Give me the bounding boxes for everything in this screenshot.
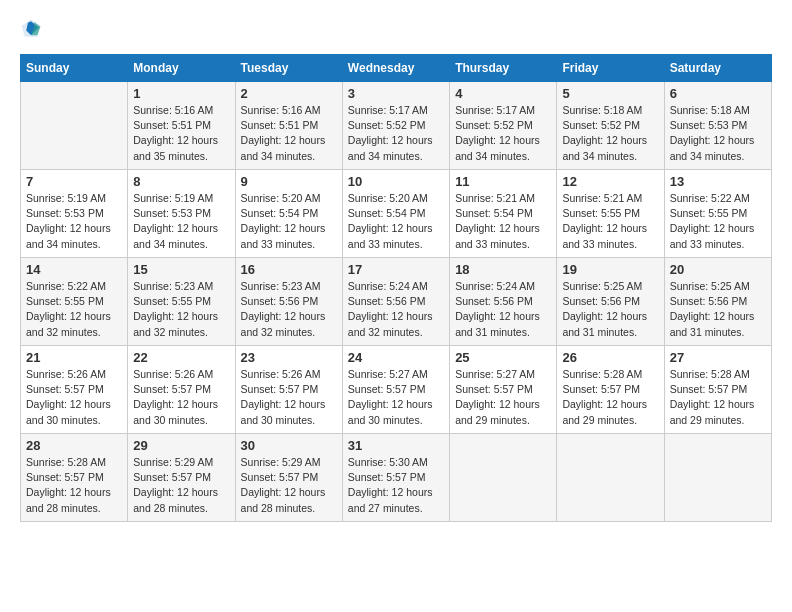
day-info: Sunrise: 5:29 AMSunset: 5:57 PMDaylight:…	[241, 455, 337, 516]
day-info: Sunrise: 5:27 AMSunset: 5:57 PMDaylight:…	[455, 367, 551, 428]
calendar-cell: 27Sunrise: 5:28 AMSunset: 5:57 PMDayligh…	[664, 346, 771, 434]
calendar-cell: 13Sunrise: 5:22 AMSunset: 5:55 PMDayligh…	[664, 170, 771, 258]
day-number: 16	[241, 262, 337, 277]
day-info: Sunrise: 5:21 AMSunset: 5:54 PMDaylight:…	[455, 191, 551, 252]
calendar-cell: 18Sunrise: 5:24 AMSunset: 5:56 PMDayligh…	[450, 258, 557, 346]
day-number: 11	[455, 174, 551, 189]
calendar-cell: 29Sunrise: 5:29 AMSunset: 5:57 PMDayligh…	[128, 434, 235, 522]
day-number: 23	[241, 350, 337, 365]
day-number: 17	[348, 262, 444, 277]
calendar-cell: 11Sunrise: 5:21 AMSunset: 5:54 PMDayligh…	[450, 170, 557, 258]
weekday-header-wednesday: Wednesday	[342, 55, 449, 82]
day-number: 27	[670, 350, 766, 365]
day-info: Sunrise: 5:16 AMSunset: 5:51 PMDaylight:…	[133, 103, 229, 164]
day-number: 19	[562, 262, 658, 277]
weekday-header-monday: Monday	[128, 55, 235, 82]
day-number: 13	[670, 174, 766, 189]
day-info: Sunrise: 5:25 AMSunset: 5:56 PMDaylight:…	[670, 279, 766, 340]
day-info: Sunrise: 5:26 AMSunset: 5:57 PMDaylight:…	[26, 367, 122, 428]
calendar-cell: 7Sunrise: 5:19 AMSunset: 5:53 PMDaylight…	[21, 170, 128, 258]
day-number: 6	[670, 86, 766, 101]
calendar-table: SundayMondayTuesdayWednesdayThursdayFrid…	[20, 54, 772, 522]
calendar-cell: 3Sunrise: 5:17 AMSunset: 5:52 PMDaylight…	[342, 82, 449, 170]
day-number: 8	[133, 174, 229, 189]
day-number: 28	[26, 438, 122, 453]
calendar-cell: 6Sunrise: 5:18 AMSunset: 5:53 PMDaylight…	[664, 82, 771, 170]
calendar-week-row: 7Sunrise: 5:19 AMSunset: 5:53 PMDaylight…	[21, 170, 772, 258]
day-info: Sunrise: 5:20 AMSunset: 5:54 PMDaylight:…	[241, 191, 337, 252]
calendar-cell: 16Sunrise: 5:23 AMSunset: 5:56 PMDayligh…	[235, 258, 342, 346]
day-info: Sunrise: 5:22 AMSunset: 5:55 PMDaylight:…	[26, 279, 122, 340]
calendar-cell	[557, 434, 664, 522]
day-number: 4	[455, 86, 551, 101]
day-info: Sunrise: 5:20 AMSunset: 5:54 PMDaylight:…	[348, 191, 444, 252]
day-number: 12	[562, 174, 658, 189]
calendar-cell: 5Sunrise: 5:18 AMSunset: 5:52 PMDaylight…	[557, 82, 664, 170]
day-number: 9	[241, 174, 337, 189]
day-number: 20	[670, 262, 766, 277]
day-info: Sunrise: 5:17 AMSunset: 5:52 PMDaylight:…	[348, 103, 444, 164]
day-info: Sunrise: 5:18 AMSunset: 5:52 PMDaylight:…	[562, 103, 658, 164]
calendar-cell: 21Sunrise: 5:26 AMSunset: 5:57 PMDayligh…	[21, 346, 128, 434]
calendar-cell: 1Sunrise: 5:16 AMSunset: 5:51 PMDaylight…	[128, 82, 235, 170]
calendar-cell: 17Sunrise: 5:24 AMSunset: 5:56 PMDayligh…	[342, 258, 449, 346]
calendar-cell: 8Sunrise: 5:19 AMSunset: 5:53 PMDaylight…	[128, 170, 235, 258]
calendar-cell: 20Sunrise: 5:25 AMSunset: 5:56 PMDayligh…	[664, 258, 771, 346]
calendar-cell: 9Sunrise: 5:20 AMSunset: 5:54 PMDaylight…	[235, 170, 342, 258]
day-number: 5	[562, 86, 658, 101]
day-info: Sunrise: 5:16 AMSunset: 5:51 PMDaylight:…	[241, 103, 337, 164]
calendar-cell	[664, 434, 771, 522]
day-info: Sunrise: 5:21 AMSunset: 5:55 PMDaylight:…	[562, 191, 658, 252]
day-number: 7	[26, 174, 122, 189]
day-info: Sunrise: 5:26 AMSunset: 5:57 PMDaylight:…	[241, 367, 337, 428]
day-number: 26	[562, 350, 658, 365]
day-number: 1	[133, 86, 229, 101]
day-info: Sunrise: 5:24 AMSunset: 5:56 PMDaylight:…	[455, 279, 551, 340]
logo	[20, 18, 46, 40]
calendar-cell: 2Sunrise: 5:16 AMSunset: 5:51 PMDaylight…	[235, 82, 342, 170]
weekday-header-friday: Friday	[557, 55, 664, 82]
calendar-week-row: 28Sunrise: 5:28 AMSunset: 5:57 PMDayligh…	[21, 434, 772, 522]
day-info: Sunrise: 5:22 AMSunset: 5:55 PMDaylight:…	[670, 191, 766, 252]
weekday-header-saturday: Saturday	[664, 55, 771, 82]
day-info: Sunrise: 5:28 AMSunset: 5:57 PMDaylight:…	[670, 367, 766, 428]
calendar-cell: 15Sunrise: 5:23 AMSunset: 5:55 PMDayligh…	[128, 258, 235, 346]
day-number: 10	[348, 174, 444, 189]
page: SundayMondayTuesdayWednesdayThursdayFrid…	[0, 0, 792, 536]
day-info: Sunrise: 5:26 AMSunset: 5:57 PMDaylight:…	[133, 367, 229, 428]
day-number: 30	[241, 438, 337, 453]
day-info: Sunrise: 5:29 AMSunset: 5:57 PMDaylight:…	[133, 455, 229, 516]
weekday-header-sunday: Sunday	[21, 55, 128, 82]
day-info: Sunrise: 5:24 AMSunset: 5:56 PMDaylight:…	[348, 279, 444, 340]
calendar-cell: 14Sunrise: 5:22 AMSunset: 5:55 PMDayligh…	[21, 258, 128, 346]
calendar-cell	[450, 434, 557, 522]
calendar-cell: 23Sunrise: 5:26 AMSunset: 5:57 PMDayligh…	[235, 346, 342, 434]
day-number: 2	[241, 86, 337, 101]
calendar-week-row: 14Sunrise: 5:22 AMSunset: 5:55 PMDayligh…	[21, 258, 772, 346]
calendar-week-row: 21Sunrise: 5:26 AMSunset: 5:57 PMDayligh…	[21, 346, 772, 434]
weekday-header-tuesday: Tuesday	[235, 55, 342, 82]
day-number: 25	[455, 350, 551, 365]
day-number: 29	[133, 438, 229, 453]
day-info: Sunrise: 5:28 AMSunset: 5:57 PMDaylight:…	[26, 455, 122, 516]
day-number: 22	[133, 350, 229, 365]
calendar-week-row: 1Sunrise: 5:16 AMSunset: 5:51 PMDaylight…	[21, 82, 772, 170]
day-info: Sunrise: 5:28 AMSunset: 5:57 PMDaylight:…	[562, 367, 658, 428]
calendar-cell	[21, 82, 128, 170]
day-number: 24	[348, 350, 444, 365]
day-info: Sunrise: 5:23 AMSunset: 5:55 PMDaylight:…	[133, 279, 229, 340]
calendar-cell: 4Sunrise: 5:17 AMSunset: 5:52 PMDaylight…	[450, 82, 557, 170]
day-number: 18	[455, 262, 551, 277]
calendar-cell: 30Sunrise: 5:29 AMSunset: 5:57 PMDayligh…	[235, 434, 342, 522]
weekday-header-thursday: Thursday	[450, 55, 557, 82]
day-number: 21	[26, 350, 122, 365]
calendar-cell: 24Sunrise: 5:27 AMSunset: 5:57 PMDayligh…	[342, 346, 449, 434]
calendar-cell: 12Sunrise: 5:21 AMSunset: 5:55 PMDayligh…	[557, 170, 664, 258]
day-number: 31	[348, 438, 444, 453]
day-info: Sunrise: 5:17 AMSunset: 5:52 PMDaylight:…	[455, 103, 551, 164]
day-info: Sunrise: 5:25 AMSunset: 5:56 PMDaylight:…	[562, 279, 658, 340]
calendar-cell: 28Sunrise: 5:28 AMSunset: 5:57 PMDayligh…	[21, 434, 128, 522]
calendar-cell: 31Sunrise: 5:30 AMSunset: 5:57 PMDayligh…	[342, 434, 449, 522]
calendar-cell: 10Sunrise: 5:20 AMSunset: 5:54 PMDayligh…	[342, 170, 449, 258]
calendar-cell: 25Sunrise: 5:27 AMSunset: 5:57 PMDayligh…	[450, 346, 557, 434]
